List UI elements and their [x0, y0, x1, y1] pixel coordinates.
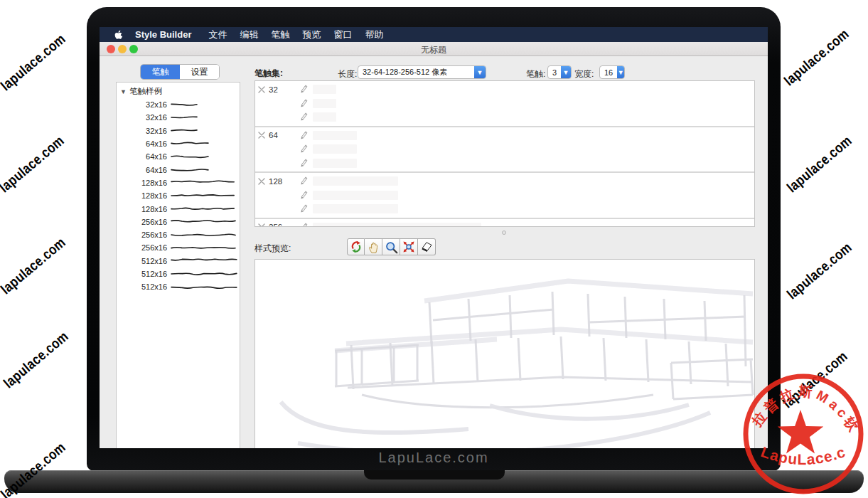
delete-icon[interactable]: [258, 178, 265, 185]
stroke-placeholder[interactable]: [313, 144, 357, 154]
stroke-placeholder[interactable]: [313, 204, 398, 213]
stroke-row[interactable]: [255, 110, 754, 124]
pencil-icon[interactable]: [299, 223, 308, 227]
resize-handle[interactable]: [502, 231, 506, 235]
menu-item[interactable]: 帮助: [365, 28, 383, 41]
page: lapulace.com lapulace.com lapulace.com l…: [0, 0, 868, 498]
pencil-icon[interactable]: [299, 191, 308, 200]
stroke-row[interactable]: [255, 142, 754, 157]
stroke-placeholder[interactable]: [313, 99, 336, 108]
stroke-group: 128: [255, 173, 754, 219]
stroke-sample-row[interactable]: 512x16: [117, 267, 240, 280]
stroke-sample-row[interactable]: 128x16: [117, 189, 240, 202]
stroke-placeholder[interactable]: [313, 176, 398, 186]
sample-size-label: 512x16: [136, 270, 167, 278]
collapse-caret-icon[interactable]: ▼: [120, 88, 127, 95]
width-label: 宽度:: [574, 68, 594, 80]
stroke-sample-line: [171, 245, 237, 251]
sample-size-label: 64x16: [136, 139, 167, 148]
group-size-label: 128: [269, 177, 282, 186]
stroke-row[interactable]: 32: [255, 83, 754, 97]
sample-size-label: 32x16: [136, 100, 167, 109]
stroke-sample-row[interactable]: 512x16: [117, 255, 240, 267]
stroke-placeholder[interactable]: [313, 223, 481, 227]
stroke-sample-line: [171, 141, 210, 147]
sample-size-label: 256x16: [136, 218, 167, 226]
orbit-icon[interactable]: [347, 238, 365, 255]
pencil-icon[interactable]: [299, 99, 308, 108]
sample-size-label: 64x16: [136, 152, 167, 161]
zoom-icon[interactable]: [382, 238, 400, 255]
stroke-group: 256: [255, 219, 754, 228]
stroke-placeholder[interactable]: [313, 112, 336, 122]
pencil-icon[interactable]: [299, 112, 308, 122]
tree-root[interactable]: ▼ 笔触样例: [117, 83, 240, 98]
stroke-row[interactable]: [255, 189, 754, 203]
stroke-sample-line: [171, 193, 235, 199]
menu-items: 文件编辑笔触预览窗口帮助: [208, 28, 396, 41]
stroke-row[interactable]: 128: [255, 174, 754, 189]
stroke-row[interactable]: 64: [255, 129, 754, 143]
pan-icon[interactable]: [365, 238, 382, 255]
sample-size-label: 512x16: [136, 257, 167, 265]
stroke-sample-line: [171, 166, 210, 173]
stroke-sample-row[interactable]: 512x16: [117, 280, 240, 293]
stroke-row[interactable]: [255, 97, 754, 111]
menu-item[interactable]: 文件: [208, 28, 227, 41]
stroke-sample-row[interactable]: 32x16: [117, 124, 240, 137]
watermark-text: lapulace.com: [0, 31, 69, 94]
pencil-icon[interactable]: [299, 131, 308, 140]
window-title-bar: 无标题: [100, 42, 768, 56]
apple-logo-icon[interactable]: [114, 30, 123, 40]
eraser-icon[interactable]: [418, 238, 436, 255]
width-select[interactable]: 16 ▼: [599, 65, 625, 79]
stroke-sample-row[interactable]: 256x16: [117, 228, 240, 241]
menu-item[interactable]: 编辑: [240, 28, 258, 41]
stroke-placeholder[interactable]: [313, 159, 357, 168]
stroke-sample-line: [171, 154, 210, 160]
group-size-label: 256: [269, 223, 282, 227]
tab-strokes[interactable]: 笔触: [141, 65, 180, 79]
menu-bar: Style Builder 文件编辑笔触预览窗口帮助: [100, 27, 768, 42]
stroke-placeholder[interactable]: [313, 85, 336, 94]
stroke-sample-row[interactable]: 128x16: [117, 176, 240, 189]
delete-icon[interactable]: [258, 223, 265, 227]
sample-size-label: 32x16: [136, 127, 167, 135]
style-preview-canvas[interactable]: [254, 259, 755, 448]
strokes-value: 3: [548, 68, 561, 77]
menu-item[interactable]: 笔触: [271, 28, 289, 41]
stroke-sample-row[interactable]: 256x16: [117, 216, 240, 228]
stroke-sample-row[interactable]: 64x16: [117, 150, 240, 163]
pencil-icon[interactable]: [299, 176, 308, 186]
stroke-row[interactable]: 256: [255, 221, 754, 228]
delete-icon[interactable]: [258, 86, 265, 93]
pencil-icon[interactable]: [299, 159, 308, 168]
stroke-sample-row[interactable]: 256x16: [117, 241, 240, 254]
chevron-down-icon: ▼: [617, 66, 624, 78]
strokes-select[interactable]: 3 ▼: [547, 65, 572, 79]
stroke-sample-row[interactable]: 64x16: [117, 137, 240, 150]
stroke-sample-row[interactable]: 128x16: [117, 202, 240, 215]
laptop-base: [4, 470, 864, 493]
stroke-row[interactable]: [255, 202, 754, 216]
stroke-sample-row[interactable]: 64x16: [117, 163, 240, 176]
pencil-icon[interactable]: [299, 204, 308, 213]
pencil-icon[interactable]: [299, 85, 308, 94]
stroke-placeholder[interactable]: [313, 131, 357, 140]
pencil-icon[interactable]: [299, 144, 308, 154]
stroke-sample-row[interactable]: 32x16: [117, 98, 240, 111]
stroke-sample-line: [171, 127, 198, 134]
preview-toolbar: [347, 238, 436, 255]
zoom-extents-icon[interactable]: [400, 238, 418, 255]
length-select[interactable]: 32-64-128-256-512 像素 ▼: [358, 65, 486, 79]
stroke-sample-row[interactable]: 32x16: [117, 111, 240, 124]
stroke-row[interactable]: [255, 157, 754, 171]
sample-size-label: 32x16: [136, 113, 167, 122]
sample-size-label: 128x16: [136, 191, 167, 200]
menu-item[interactable]: 预览: [302, 28, 321, 41]
delete-icon[interactable]: [258, 132, 265, 139]
app-name[interactable]: Style Builder: [135, 29, 191, 40]
tab-settings[interactable]: 设置: [180, 65, 219, 79]
menu-item[interactable]: 窗口: [333, 28, 352, 41]
stroke-placeholder[interactable]: [313, 191, 398, 200]
